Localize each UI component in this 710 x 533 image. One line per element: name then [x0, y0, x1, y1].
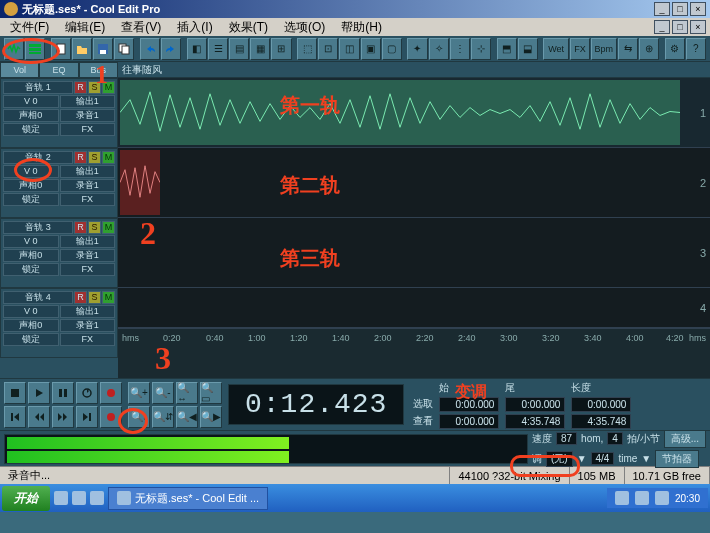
- help-button[interactable]: ?: [686, 38, 706, 60]
- track4-pan[interactable]: 声相0: [3, 319, 59, 332]
- stop-button[interactable]: [4, 382, 26, 404]
- zoom-out-button[interactable]: 🔍-: [152, 382, 174, 404]
- tool-button-3[interactable]: ▤: [229, 38, 249, 60]
- track-name-4[interactable]: 音轨 4: [3, 291, 73, 304]
- go-start-button[interactable]: [4, 406, 26, 428]
- new-button[interactable]: [51, 38, 71, 60]
- tool-button-1[interactable]: ◧: [187, 38, 207, 60]
- track1-solo[interactable]: S: [88, 81, 101, 94]
- tray-icon-1[interactable]: [615, 491, 629, 505]
- tool-button-12[interactable]: ✧: [429, 38, 449, 60]
- play-loop-button[interactable]: [76, 382, 98, 404]
- track4-record[interactable]: R: [74, 291, 87, 304]
- track2-vol[interactable]: V 0: [3, 165, 59, 178]
- tool-button-16[interactable]: ⬓: [518, 38, 538, 60]
- go-end-button[interactable]: [76, 406, 98, 428]
- fx-button[interactable]: FX: [570, 38, 590, 60]
- menu-edit[interactable]: 编辑(E): [59, 18, 111, 37]
- menu-insert[interactable]: 插入(I): [171, 18, 218, 37]
- tool-button-18[interactable]: ⊕: [639, 38, 659, 60]
- track1-record[interactable]: R: [74, 81, 87, 94]
- track2-fx[interactable]: FX: [60, 193, 116, 206]
- track3-pan[interactable]: 声相0: [3, 249, 59, 262]
- menu-effects[interactable]: 效果(T): [223, 18, 274, 37]
- tool-button-9[interactable]: ▣: [361, 38, 381, 60]
- settings-button[interactable]: ⚙: [665, 38, 685, 60]
- track1-dev[interactable]: 录音1: [60, 109, 116, 122]
- tool-button-15[interactable]: ⬒: [497, 38, 517, 60]
- close-button[interactable]: ×: [690, 2, 706, 16]
- sel-end[interactable]: 0:00.000: [505, 397, 565, 412]
- track1-fx[interactable]: FX: [60, 123, 116, 136]
- track1-vol[interactable]: V 0: [3, 95, 59, 108]
- track1-out[interactable]: 输出1: [60, 95, 116, 108]
- level-meter[interactable]: [4, 434, 528, 464]
- track-name-2[interactable]: 音轨 2: [3, 151, 73, 164]
- menu-file[interactable]: 文件(F): [4, 18, 55, 37]
- tab-vol[interactable]: Vol: [0, 62, 39, 78]
- tool-button-14[interactable]: ⊹: [471, 38, 491, 60]
- track-name-1[interactable]: 音轨 1: [3, 81, 73, 94]
- track2-solo[interactable]: S: [88, 151, 101, 164]
- tool-button-10[interactable]: ▢: [382, 38, 402, 60]
- view-end[interactable]: 4:35.748: [505, 414, 565, 429]
- record-button-2[interactable]: [100, 406, 122, 428]
- waveform-mode-button[interactable]: [4, 38, 24, 60]
- track3-fx[interactable]: FX: [60, 263, 116, 276]
- waveform-clip-1[interactable]: [120, 80, 680, 145]
- tool-button-8[interactable]: ◫: [339, 38, 359, 60]
- track3-vol[interactable]: V 0: [3, 235, 59, 248]
- quicklaunch-icon-2[interactable]: [72, 491, 86, 505]
- tool-button-5[interactable]: ⊞: [271, 38, 291, 60]
- track4-mute[interactable]: M: [102, 291, 115, 304]
- tool-button-4[interactable]: ▦: [250, 38, 270, 60]
- waveform-clip-2[interactable]: [120, 150, 160, 215]
- zoom-in-v-button[interactable]: 🔍↕: [128, 406, 150, 428]
- track3-record[interactable]: R: [74, 221, 87, 234]
- track-lane-3[interactable]: 3: [118, 218, 710, 288]
- sel-begin[interactable]: 0:00.000: [439, 397, 499, 412]
- track4-solo[interactable]: S: [88, 291, 101, 304]
- track4-lock[interactable]: 锁定: [3, 333, 59, 346]
- menu-help[interactable]: 帮助(H): [335, 18, 388, 37]
- track-name-3[interactable]: 音轨 3: [3, 221, 73, 234]
- wet-button[interactable]: Wet: [543, 38, 569, 60]
- time-ruler[interactable]: hms 0:20 0:40 1:00 1:20 1:40 2:00 2:20 2…: [118, 328, 710, 346]
- waveform-area[interactable]: 往事随风 1 音轨 2 2 3 4 hms 0:20 0:40 1:00 1:2…: [118, 62, 710, 378]
- track3-lock[interactable]: 锁定: [3, 263, 59, 276]
- tray-icon-2[interactable]: [635, 491, 649, 505]
- track4-fx[interactable]: FX: [60, 333, 116, 346]
- system-tray[interactable]: 20:30: [607, 488, 708, 508]
- track-lane-2[interactable]: 音轨 2 2: [118, 148, 710, 218]
- tool-button-6[interactable]: ⬚: [297, 38, 317, 60]
- mdi-maximize-button[interactable]: □: [672, 20, 688, 34]
- tool-button-7[interactable]: ⊡: [318, 38, 338, 60]
- undo-button[interactable]: [140, 38, 160, 60]
- zoom-sel-button[interactable]: 🔍▭: [200, 382, 222, 404]
- maximize-button[interactable]: □: [672, 2, 688, 16]
- start-button[interactable]: 开始: [2, 486, 50, 511]
- zoom-sel-right-button[interactable]: 🔍▶: [200, 406, 222, 428]
- track3-mute[interactable]: M: [102, 221, 115, 234]
- track2-dev[interactable]: 录音1: [60, 179, 116, 192]
- tool-button-13[interactable]: ⋮: [450, 38, 470, 60]
- tempo-beats[interactable]: 4: [607, 432, 623, 445]
- quicklaunch-icon-3[interactable]: [90, 491, 104, 505]
- rewind-button[interactable]: [28, 406, 50, 428]
- timesig-dropdown[interactable]: 4/4: [591, 452, 615, 465]
- track4-dev[interactable]: 录音1: [60, 319, 116, 332]
- zoom-out-v-button[interactable]: 🔍⇵: [152, 406, 174, 428]
- zoom-sel-left-button[interactable]: 🔍◀: [176, 406, 198, 428]
- track4-vol[interactable]: V 0: [3, 305, 59, 318]
- view-begin[interactable]: 0:00.000: [439, 414, 499, 429]
- mdi-close-button[interactable]: ×: [690, 20, 706, 34]
- sel-length[interactable]: 0:00.000: [571, 397, 631, 412]
- mdi-minimize-button[interactable]: _: [654, 20, 670, 34]
- track2-lock[interactable]: 锁定: [3, 193, 59, 206]
- quicklaunch-icon[interactable]: [54, 491, 68, 505]
- tab-eq[interactable]: EQ: [39, 62, 78, 78]
- forward-button[interactable]: [52, 406, 74, 428]
- track3-dev[interactable]: 录音1: [60, 249, 116, 262]
- track2-pan[interactable]: 声相0: [3, 179, 59, 192]
- zoom-full-button[interactable]: 🔍↔: [176, 382, 198, 404]
